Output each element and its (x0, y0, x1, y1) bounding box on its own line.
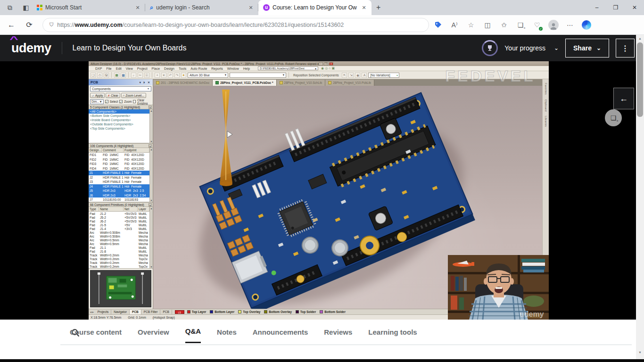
course-nav-tab-notes[interactable]: Notes (217, 328, 237, 343)
table-row[interactable]: TrackWidth=0.2mmTopOv (89, 257, 153, 261)
table-row[interactable]: J1HDR FMALE 1Hdr_Female_ (89, 171, 153, 175)
read-aloud-icon[interactable]: A⁾ (448, 19, 461, 31)
new-tab-button[interactable]: + (376, 3, 380, 12)
chevron-down-icon[interactable]: ⌄ (554, 45, 559, 51)
scroll-up-arrow[interactable]: ▲ (636, 35, 644, 42)
altium-menu-item[interactable]: DXP (95, 67, 102, 70)
course-nav-tab-announcements[interactable]: Announcements (253, 328, 308, 343)
altium-doc-tab[interactable]: 28Pins_Project_V10.PcbLib (325, 80, 374, 86)
page-scrollbar[interactable]: ▲ ▼ (636, 35, 644, 359)
browser-tab-microsoft-start[interactable]: Microsoft Start ✕ (32, 0, 145, 15)
table-row[interactable]: J3HDR FMALE 1Hdr_Female_ (89, 180, 153, 184)
table-row[interactable]: PadJ1-5+5VMultiL (89, 223, 153, 227)
altium-menu-item[interactable]: Help (243, 67, 250, 70)
course-nav-tab-overview[interactable]: Overview (138, 328, 169, 343)
table-row[interactable]: J710118193-0010118193 (89, 197, 153, 202)
column-header[interactable]: Name (99, 207, 124, 212)
back-icon[interactable]: ← (5, 18, 18, 32)
profile-avatar[interactable] (547, 19, 560, 31)
column-header[interactable]: Layer (138, 207, 149, 212)
table-row[interactable]: FID1FID_1MMCFID_40X120D (89, 153, 153, 157)
workspace-tab-navigator[interactable]: Navigator (111, 310, 130, 314)
course-nav-tab-reviews[interactable]: Reviews (324, 328, 352, 343)
progress-trophy-icon[interactable] (482, 40, 498, 56)
table-row[interactable]: TrackWidth=0.2mmMecha (89, 253, 153, 257)
altium-menu-item[interactable]: File (106, 67, 111, 70)
copilot-icon[interactable] (580, 19, 593, 31)
workspace-tab-pcb-filter[interactable]: PCB Filter (141, 310, 161, 314)
altium-menu-item[interactable]: Edit (116, 67, 122, 70)
settings-menu-icon[interactable]: ⋯ (564, 19, 576, 31)
altium-doc-tab[interactable]: 201 - 28PINS SCHEMATIC.SchDoc (153, 80, 213, 86)
altium-menu-item[interactable]: Reports (211, 67, 223, 70)
browser-tab-udemy-search[interactable]: ⌕ udemy login - Search ✕ (145, 0, 258, 15)
layer-chip[interactable]: Bottom Solder (320, 310, 346, 313)
column-header[interactable]: Footprint (124, 148, 149, 153)
table-row[interactable]: J5HDR 2x3HDR_2x3_2.5 (89, 189, 153, 193)
column-header[interactable]: Design... (89, 148, 102, 153)
table-row[interactable]: PadJ6-2+5V/3V3MultiL (89, 219, 153, 223)
shopping-tag-icon[interactable] (432, 19, 444, 31)
browser-tab-course-active[interactable]: u Course: Learn to Design Your Ow ✕ (258, 0, 372, 15)
layer-chip[interactable]: Bottom Overlay (264, 310, 291, 313)
list-scrollbar[interactable]: ▲▼ (149, 109, 153, 143)
altium-doc-tab[interactable]: 28Pins_Project_V10.SchLib (277, 80, 326, 86)
table-row[interactable]: PadJ1-1MultiL (89, 246, 153, 249)
vertical-tabs-icon[interactable]: ◧ (20, 2, 32, 13)
list-scrollbar[interactable]: ▲▼ (149, 148, 153, 202)
altium-menu-item[interactable]: Place (152, 67, 160, 70)
layer-chip[interactable]: Top Layer (187, 310, 206, 313)
tab-close-icon[interactable]: ✕ (247, 4, 255, 11)
your-progress-label[interactable]: Your progress (504, 44, 545, 52)
list-scrollbar[interactable]: ▲▼ (149, 207, 153, 268)
workspaces-icon[interactable]: ⧉ (4, 2, 16, 13)
share-button[interactable]: Share⌄ (565, 39, 609, 58)
table-row[interactable]: FID3FID_1MMCFID_40X120D (89, 162, 153, 166)
altium-menu-item[interactable]: Project (137, 67, 148, 70)
right-panel-tab[interactable]: Libraries (545, 116, 547, 127)
table-row[interactable]: J6HDR 2x3HDR_2x3_2.54 (89, 193, 153, 198)
table-row[interactable]: PadJ5-2+5V/3V3MultiL (89, 215, 153, 219)
collections-icon[interactable]: ❏+ (514, 19, 527, 31)
component-class-item[interactable]: <Inside Board Components> (89, 118, 153, 122)
table-row[interactable]: TrackWidth=0.2mmMecha (89, 261, 153, 264)
component-class-item[interactable]: <Outside Board Components> (89, 122, 153, 126)
refresh-icon[interactable]: ⟳ (23, 18, 36, 32)
course-nav-tab-q-a[interactable]: Q&A (185, 327, 201, 343)
split-screen-icon[interactable]: ◫ (481, 19, 494, 31)
layer-chip[interactable]: Top Overlay (238, 310, 260, 313)
course-nav-tab-course-content[interactable]: Course content (70, 328, 122, 343)
altium-doc-tab[interactable]: 28Pins_Project_V111_PCB.PcbDoc * (213, 80, 276, 86)
workspace-tab-pcb[interactable]: PCB (160, 310, 172, 314)
table-row[interactable]: PadJ1-8MultiL (89, 249, 153, 253)
udemy-logo[interactable]: ^udemy (11, 41, 51, 56)
url-field[interactable]: ⛉ https://www.udemy.com/course/learn-to-… (42, 18, 429, 32)
right-panel-tab[interactable]: Favorites (545, 83, 547, 95)
altium-menu-item[interactable]: Design (164, 67, 174, 70)
restore-button[interactable]: ❐ (606, 0, 625, 15)
altium-menu-item[interactable]: Auto Route (190, 67, 207, 70)
scroll-down-arrow[interactable]: ▼ (636, 349, 644, 356)
column-header[interactable]: Comment (102, 148, 124, 153)
column-header[interactable]: Type (89, 207, 99, 212)
favorite-star-icon[interactable]: ☆ (465, 19, 477, 31)
table-row[interactable]: ArcWidth=0.508mMecha (89, 234, 153, 238)
minimize-button[interactable]: – (587, 0, 606, 15)
table-row[interactable]: PadJ1-4+3V3MultiL (89, 227, 153, 230)
favorites-bar-icon[interactable]: ✩ (498, 19, 510, 31)
course-nav-tab-learning-tools[interactable]: Learning tools (368, 328, 417, 343)
browser-essentials-icon[interactable]: ♡✓ (531, 19, 543, 31)
collections-float-button[interactable]: ❏+ (605, 109, 622, 126)
table-row[interactable]: ArcWidth=0.5mmMecha (89, 238, 153, 242)
right-panel-tab[interactable]: Clipboard (545, 99, 547, 112)
component-class-item[interactable]: <Top Side Components> (89, 126, 153, 131)
component-class-item[interactable]: <All Components> (89, 109, 153, 114)
table-row[interactable]: FID2FID_1MMCFID_40X120D (89, 157, 153, 162)
table-row[interactable]: FID4FID_1MMCFID_40X120D (89, 166, 153, 171)
workspace-tab-pcb[interactable]: PCB (130, 310, 141, 314)
table-row[interactable]: ArcWidth=0.5mmMecha (89, 242, 153, 246)
scrollbar-thumb[interactable] (637, 42, 643, 117)
table-row[interactable]: ArcWidth=0.508mMecha (89, 230, 153, 234)
expand-sidebar-button[interactable]: ← (613, 88, 634, 109)
layer-chip[interactable]: Bottom Layer (210, 310, 234, 313)
